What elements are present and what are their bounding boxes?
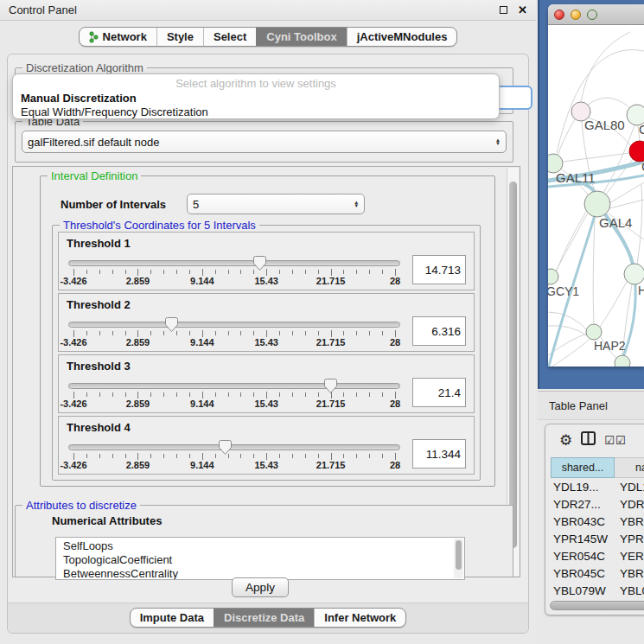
node-table[interactable]: shared... na YDL19...YDL1YDR27...YDR2YBR… [551,457,644,597]
table-row[interactable]: YPR145WYPR1 [551,530,644,547]
threshold-box-3: Threshold 3-3.4262.8599.14415.4321.71528… [58,354,475,413]
column-header-shared-name[interactable]: shared... [551,457,615,478]
slider-ticks [73,268,395,276]
split-columns-icon[interactable] [581,431,596,449]
major-tick [331,453,332,460]
network-edge[interactable] [637,185,642,265]
stepper-arrows-icon: ▲▼ [490,138,501,146]
float-window-icon[interactable] [500,6,507,14]
attribute-item[interactable]: TopologicalCoefficient [63,553,464,567]
table-row[interactable]: YBR043CYBR0 [551,513,644,530]
minor-tick [253,331,254,335]
algorithm-option-manual[interactable]: Manual Discretization [13,92,499,105]
slider-track[interactable] [68,322,400,328]
major-tick [395,392,396,399]
network-edge[interactable] [593,217,595,323]
zoom-traffic-light-icon[interactable] [587,10,597,20]
numerical-attributes-list[interactable]: SelfLoopsTopologicalCoefficientBetweenne… [55,537,465,580]
slider-track[interactable] [68,444,400,450]
num-intervals-combo[interactable]: 5 ▲▼ [187,194,365,214]
network-window-titlebar [548,4,644,25]
table-data-combo[interactable]: galFiltered.sif default node ▲▼ [22,131,507,153]
tab-impute-data[interactable]: Impute Data [131,609,214,627]
slider-tick-labels: -3.4262.8599.14415.4321.71528 [73,276,395,287]
minimize-traffic-light-icon[interactable] [571,10,581,20]
network-edge[interactable] [563,153,629,162]
network-node[interactable] [615,355,630,367]
slider-track[interactable] [68,260,400,266]
gear-icon[interactable]: ⚙︎ [559,433,572,448]
tab-label: jActiveMNodules [357,30,448,43]
network-edge[interactable] [548,312,590,333]
major-tick [266,269,267,276]
close-icon[interactable]: ✕ [518,4,527,16]
tick-label: 28 [390,399,400,409]
checkbox-icons[interactable]: ☑☑ [604,434,626,447]
close-traffic-light-icon[interactable] [554,10,564,20]
network-edge[interactable] [581,32,630,102]
attributes-scrollbar[interactable] [454,539,463,578]
threshold-value-field[interactable]: 14.713 [412,255,466,284]
tick-label: 2.859 [126,276,150,286]
minor-tick [125,270,126,274]
tab-jactivemnodules[interactable]: jActiveMNodules [347,28,457,46]
interval-definition-title: Interval Definition [48,169,141,182]
minor-tick [240,270,241,274]
network-node-gal4[interactable] [584,191,610,217]
threshold-value-field[interactable]: 6.316 [412,316,466,346]
scrollbar-thumb[interactable] [456,540,462,570]
network-node-hap2[interactable] [586,324,602,340]
slider-track[interactable] [68,383,400,389]
minor-tick [292,331,293,335]
column-header-name[interactable]: na [615,457,644,478]
tab-cyni-toolbox[interactable]: Cyni Toolbox [256,28,346,46]
tick-label: 21.715 [316,460,346,470]
tab-discretize-data[interactable]: Discretize Data [214,609,314,627]
slider[interactable]: -3.4262.8599.14415.4321.71528 [67,375,402,410]
minor-tick [99,270,100,274]
minor-tick [305,392,306,397]
network-edge[interactable] [587,98,634,112]
minor-tick [86,331,87,335]
network-edge[interactable] [600,282,627,327]
network-node-gcy1[interactable] [548,269,558,284]
network-edge[interactable] [609,182,644,203]
slider-tick-labels: -3.4262.8599.14415.4321.71528 [73,460,395,471]
network-edge[interactable] [557,49,644,153]
slider[interactable]: -3.4262.8599.14415.4321.71528 [67,314,402,348]
minor-tick [343,270,344,274]
network-node-h[interactable] [624,264,644,284]
slider[interactable]: -3.4262.8599.14415.4321.71528 [67,437,402,471]
table-row[interactable]: YBR045CYBR0 [551,564,644,582]
attributes-group-title: Attributes to discretize [22,499,140,512]
minor-tick [125,454,126,458]
tab-style[interactable]: Style [156,28,203,46]
threshold-value-field[interactable]: 11.344 [412,439,466,469]
minor-tick [150,392,151,397]
tab-select[interactable]: Select [203,28,256,46]
tab-infer-network[interactable]: Infer Network [314,609,405,627]
network-canvas[interactable]: GAL80GACGAL11GAL4GCY1HHAP2 [548,25,644,367]
table-row[interactable]: YER054CYER0 [551,547,644,564]
threshold-label: Threshold 3 [67,360,466,373]
network-edge[interactable] [548,326,587,335]
horizontal-scrollbar[interactable] [550,601,644,610]
scrollbar-thumb[interactable] [550,601,644,610]
apply-button[interactable]: Apply [232,577,289,597]
threshold-value-field[interactable]: 21.4 [412,378,466,407]
table-row[interactable]: YDR27...YDR2 [551,495,644,513]
minor-tick [112,454,113,458]
scrollbar-thumb[interactable] [509,182,517,548]
network-edge[interactable] [609,200,644,208]
tab-network[interactable]: Network [80,28,156,46]
algorithm-group-title: Discretization Algorithm [22,61,147,74]
slider[interactable]: -3.4262.8599.14415.4321.71528 [67,252,402,287]
algorithm-option-equal-width[interactable]: Equal Width/Frequency Discretization [13,105,499,119]
major-tick [202,392,203,399]
node-label: HAP2 [594,339,626,353]
table-row[interactable]: YBL079WYBL0 [551,582,644,597]
table-data-combo-value: galFiltered.sif default node [28,136,490,149]
table-row[interactable]: YDL19...YDL1 [551,478,644,495]
network-edge[interactable] [603,125,634,194]
attribute-item[interactable]: SelfLoops [63,539,464,553]
